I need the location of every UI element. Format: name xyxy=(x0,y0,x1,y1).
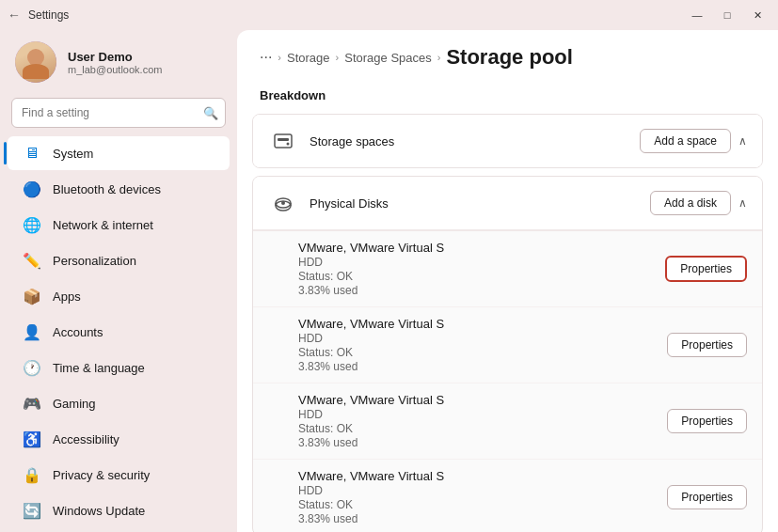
content-area: Breakdown Storage spaces Add a space ∧ xyxy=(237,81,778,532)
svg-point-7 xyxy=(281,201,285,205)
disk-type-0: HDD xyxy=(298,256,665,269)
breadcrumb-sep-3: › xyxy=(437,52,441,63)
disk-info-3: VMware, VMware Virtual S HDD Status: OK … xyxy=(298,469,667,525)
breadcrumb-dots[interactable]: ··· xyxy=(260,49,272,66)
bluetooth-icon: 🔵 xyxy=(23,180,41,198)
disk-name-1: VMware, VMware Virtual S xyxy=(298,317,667,331)
nav-label-personalization: Personalization xyxy=(53,254,136,268)
disk-status-2: Status: OK xyxy=(298,422,667,435)
svg-rect-1 xyxy=(278,138,289,141)
page-title: Storage pool xyxy=(446,45,572,70)
app-body: User Demo m_lab@outlook.com 🔍 🖥 System 🔵… xyxy=(0,30,778,532)
physical-disks-card: Physical Disks Add a disk ∧ VMware, VMwa… xyxy=(252,176,763,532)
avatar xyxy=(15,41,56,83)
disk-usage-3: 3.83% used xyxy=(298,512,667,525)
nav-item-apps[interactable]: 📦 Apps xyxy=(8,279,230,313)
nav-label-time: Time & language xyxy=(53,361,145,375)
accounts-icon: 👤 xyxy=(23,322,41,341)
add-space-button[interactable]: Add a space xyxy=(640,129,731,153)
nav-item-update[interactable]: 🔄 Windows Update xyxy=(8,493,230,527)
nav-label-update: Windows Update xyxy=(53,504,145,518)
add-disk-button[interactable]: Add a disk xyxy=(650,191,731,215)
disk-info-1: VMware, VMware Virtual S HDD Status: OK … xyxy=(298,317,667,373)
search-input[interactable] xyxy=(11,98,226,128)
disk-info-0: VMware, VMware Virtual S HDD Status: OK … xyxy=(298,241,665,297)
main-header: ··· › Storage › Storage Spaces › Storage… xyxy=(237,30,778,81)
personalization-icon: ✏️ xyxy=(23,251,41,270)
user-info: User Demo m_lab@outlook.com xyxy=(68,50,162,75)
main-panel: ··· › Storage › Storage Spaces › Storage… xyxy=(237,30,778,532)
user-name: User Demo xyxy=(68,50,162,64)
search-box: 🔍 xyxy=(11,98,226,128)
nav-item-time[interactable]: 🕐 Time & language xyxy=(8,351,230,384)
nav-label-accessibility: Accessibility xyxy=(53,432,119,446)
disk-item-2: VMware, VMware Virtual S HDD Status: OK … xyxy=(253,383,762,460)
window-controls: — □ ✕ xyxy=(684,6,770,24)
storage-spaces-card: Storage spaces Add a space ∧ xyxy=(252,114,763,168)
privacy-icon: 🔒 xyxy=(23,465,41,484)
storage-spaces-row: Storage spaces Add a space ∧ xyxy=(253,115,762,167)
search-icon: 🔍 xyxy=(203,106,218,120)
breadcrumb-sep-1: › xyxy=(278,52,281,63)
minimize-button[interactable]: — xyxy=(684,6,710,24)
nav-label-apps: Apps xyxy=(53,289,81,304)
system-icon: 🖥 xyxy=(23,144,41,163)
svg-point-2 xyxy=(287,143,290,146)
nav-item-system[interactable]: 🖥 System xyxy=(8,136,230,170)
breadcrumb-storage[interactable]: Storage xyxy=(287,51,330,65)
nav-item-accounts[interactable]: 👤 Accounts xyxy=(8,315,230,349)
disk-item-1: VMware, VMware Virtual S HDD Status: OK … xyxy=(253,307,762,383)
close-button[interactable]: ✕ xyxy=(744,6,770,24)
properties-button-2[interactable]: Properties xyxy=(667,409,747,433)
breadcrumb-storage-spaces[interactable]: Storage Spaces xyxy=(344,51,432,65)
disk-status-1: Status: OK xyxy=(298,346,667,359)
disk-name-2: VMware, VMware Virtual S xyxy=(298,393,667,407)
disk-status-0: Status: OK xyxy=(298,270,665,283)
title-bar-left: ← Settings xyxy=(8,8,69,23)
update-icon: 🔄 xyxy=(23,501,41,520)
nav-item-personalization[interactable]: ✏️ Personalization xyxy=(8,243,230,277)
storage-spaces-icon xyxy=(268,126,298,156)
breakdown-label: Breakdown xyxy=(237,81,778,110)
properties-button-3[interactable]: Properties xyxy=(667,485,747,509)
maximize-button[interactable]: □ xyxy=(714,6,740,24)
disk-item-3: VMware, VMware Virtual S HDD Status: OK … xyxy=(253,460,762,532)
disk-usage-0: 3.83% used xyxy=(298,284,665,297)
disk-type-3: HDD xyxy=(298,484,667,497)
nav-item-bluetooth[interactable]: 🔵 Bluetooth & devices xyxy=(8,172,230,206)
nav-item-accessibility[interactable]: ♿ Accessibility xyxy=(8,422,230,456)
back-icon[interactable]: ← xyxy=(8,8,21,23)
storage-spaces-chevron: ∧ xyxy=(738,134,747,148)
physical-disks-header-row: Physical Disks Add a disk ∧ xyxy=(253,177,762,230)
time-icon: 🕐 xyxy=(23,358,41,377)
disk-name-3: VMware, VMware Virtual S xyxy=(298,469,667,483)
physical-disks-icon xyxy=(268,188,298,218)
nav-label-network: Network & internet xyxy=(53,218,153,232)
app-title: Settings xyxy=(28,8,69,22)
disk-type-2: HDD xyxy=(298,408,667,421)
title-bar: ← Settings — □ ✕ xyxy=(0,0,778,30)
apps-icon: 📦 xyxy=(23,287,41,305)
storage-spaces-action: Add a space ∧ xyxy=(640,129,747,153)
gaming-icon: 🎮 xyxy=(23,394,41,413)
properties-button-1[interactable]: Properties xyxy=(667,333,747,357)
nav-label-privacy: Privacy & security xyxy=(53,468,150,482)
nav-item-network[interactable]: 🌐 Network & internet xyxy=(8,208,230,242)
accessibility-icon: ♿ xyxy=(23,430,41,448)
properties-button-0[interactable]: Properties xyxy=(665,256,747,282)
disk-usage-1: 3.83% used xyxy=(298,360,667,373)
network-icon: 🌐 xyxy=(23,215,41,234)
nav-label-accounts: Accounts xyxy=(53,325,103,339)
nav-item-privacy[interactable]: 🔒 Privacy & security xyxy=(8,458,230,492)
physical-disks-action: Add a disk ∧ xyxy=(650,191,747,215)
nav-item-gaming[interactable]: 🎮 Gaming xyxy=(8,386,230,420)
disk-item-0: VMware, VMware Virtual S HDD Status: OK … xyxy=(253,230,762,307)
storage-spaces-label: Storage spaces xyxy=(310,134,640,149)
user-section: User Demo m_lab@outlook.com xyxy=(0,30,237,98)
breadcrumb-sep-2: › xyxy=(336,52,340,63)
disk-status-3: Status: OK xyxy=(298,498,667,511)
breadcrumb: ··· › Storage › Storage Spaces › Storage… xyxy=(260,45,755,70)
sidebar: User Demo m_lab@outlook.com 🔍 🖥 System 🔵… xyxy=(0,30,237,532)
disk-type-1: HDD xyxy=(298,332,667,345)
nav-label-system: System xyxy=(53,147,93,161)
